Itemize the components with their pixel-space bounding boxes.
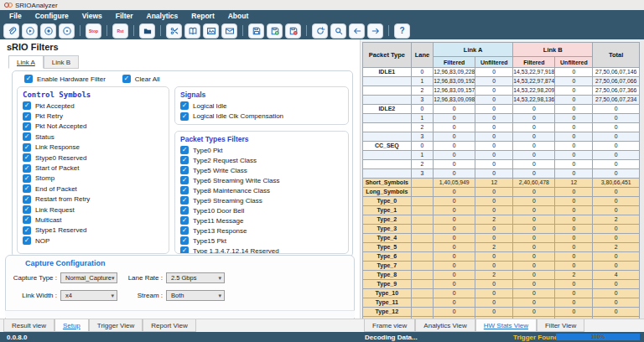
control-symbols-group: Control Symbols ✓Pkt Accepted✓Pkt Retry✓… xyxy=(17,86,169,254)
control-multicast[interactable]: ✓Multicast xyxy=(18,215,169,225)
view-tab-filter-view[interactable]: Filter View xyxy=(537,319,584,332)
back-button[interactable] xyxy=(349,23,365,39)
checkbox-checked-icon[interactable]: ✓ xyxy=(180,226,189,235)
checkbox-checked-icon[interactable]: ✓ xyxy=(180,196,189,205)
checkbox-checked-icon[interactable]: ✓ xyxy=(23,112,31,121)
check-enable-hardware-filter[interactable]: ✓Enable Hardware Filter xyxy=(19,74,106,84)
control-status[interactable]: ✓Status xyxy=(18,132,169,142)
checkbox-checked-icon[interactable]: ✓ xyxy=(23,215,31,224)
ptype-type11-message[interactable]: ✓Type11 Message xyxy=(175,215,348,225)
snapshot-button[interactable] xyxy=(203,23,219,39)
ptype-type10-door-bell[interactable]: ✓Type10 Door Bell xyxy=(175,205,348,215)
view-tab-hw-stats-view[interactable]: HW Stats View xyxy=(475,319,537,332)
save-remove-button[interactable] xyxy=(285,23,301,39)
menu-about[interactable]: About xyxy=(221,12,256,20)
checkbox-checked-icon[interactable]: ✓ xyxy=(23,174,31,183)
view-tab-frame-view[interactable]: Frame view xyxy=(364,319,415,332)
checkbox-checked-icon[interactable]: ✓ xyxy=(180,101,189,110)
control-stype1-reserved[interactable]: ✓Stype1 Reserved xyxy=(18,225,169,236)
signal-logical-idle[interactable]: ✓Logical Idle xyxy=(175,101,348,111)
ptype-type13-response[interactable]: ✓Type13 Response xyxy=(175,225,348,236)
checkbox-checked-icon[interactable]: ✓ xyxy=(23,236,31,245)
checkbox-checked-icon[interactable]: ✓ xyxy=(122,75,131,83)
control-stype0-reserved[interactable]: ✓Stype0 Reserved xyxy=(18,153,169,163)
control-pkt-not-accepted[interactable]: ✓Pkt Not Accepted xyxy=(18,122,169,132)
attach-button[interactable] xyxy=(3,23,19,39)
checkbox-checked-icon[interactable]: ✓ xyxy=(23,101,31,110)
control-start-of-packet[interactable]: ✓Start of Packet xyxy=(18,163,169,173)
checkbox-checked-icon[interactable]: ✓ xyxy=(23,184,31,193)
checkbox-checked-icon[interactable]: ✓ xyxy=(180,166,189,174)
ptype-type6-streaming-write-class[interactable]: ✓Type6 Streaming Write Class xyxy=(175,175,348,185)
lane-rate-select[interactable]: 2.5 Gbps▾ xyxy=(166,272,225,283)
ptype-type8-maintenance-class[interactable]: ✓Type8 Maintenance Class xyxy=(175,185,348,195)
control-end-of-packet[interactable]: ✓End of Packet xyxy=(18,184,169,194)
signal-logical-idle-clk-compensation[interactable]: ✓Logical Idle Clk Compensation xyxy=(175,111,348,121)
checkbox-checked-icon[interactable]: ✓ xyxy=(180,146,189,154)
help-button[interactable]: ? xyxy=(394,23,410,39)
play-button[interactable] xyxy=(22,23,38,39)
ptype-type2-request-class[interactable]: ✓Type2 Request Class xyxy=(175,155,348,165)
save-button[interactable] xyxy=(248,23,264,39)
stream-select[interactable]: Both▾ xyxy=(166,290,225,301)
checkbox-checked-icon[interactable]: ✓ xyxy=(23,143,31,152)
view-tab-trigger-view[interactable]: Trigger View xyxy=(89,319,143,332)
checkbox-checked-icon[interactable]: ✓ xyxy=(180,112,189,121)
control-stomp[interactable]: ✓Stomp xyxy=(18,174,169,184)
checkbox-checked-icon[interactable]: ✓ xyxy=(23,205,31,214)
save-add-button[interactable] xyxy=(267,23,283,39)
ptype-type-1-3-4-7-12-14-reserved[interactable]: ✓Type 1,3,4,7,12,14 Reserved xyxy=(175,246,348,254)
checkbox-checked-icon[interactable]: ✓ xyxy=(23,132,31,141)
checkbox-checked-icon[interactable]: ✓ xyxy=(24,75,33,83)
menu-report[interactable]: Report xyxy=(184,12,221,20)
checkbox-checked-icon[interactable]: ✓ xyxy=(180,236,189,245)
menu-analytics[interactable]: Analytics xyxy=(140,12,185,20)
report-book-button[interactable] xyxy=(184,23,200,39)
refresh-button[interactable] xyxy=(312,23,328,39)
control-restart-from-retry[interactable]: ✓Restart from Retry xyxy=(18,194,169,205)
menu-configure[interactable]: Configure xyxy=(29,12,75,20)
checkbox-checked-icon[interactable]: ✓ xyxy=(180,216,189,225)
checkbox-checked-icon[interactable]: ✓ xyxy=(23,122,31,131)
ptype-type9-streaming-class[interactable]: ✓Type9 Streaming Class xyxy=(175,195,348,205)
check-clear-all[interactable]: ✓Clear All xyxy=(117,74,160,84)
control-nop[interactable]: ✓NOP xyxy=(18,236,169,246)
control-link-request[interactable]: ✓Link Request xyxy=(18,205,169,215)
control-pkt-accepted[interactable]: ✓Pkt Accepted xyxy=(18,101,169,111)
checkbox-checked-icon[interactable]: ✓ xyxy=(180,156,189,164)
capture-button[interactable] xyxy=(59,23,75,39)
checkbox-checked-icon[interactable]: ✓ xyxy=(23,164,31,173)
mail-button[interactable] xyxy=(221,23,237,39)
checkbox-checked-icon[interactable]: ✓ xyxy=(23,195,31,204)
scissors-icon xyxy=(169,26,179,36)
open-capture-button[interactable] xyxy=(139,23,155,39)
col-link-b: Link B xyxy=(513,43,593,57)
checkbox-checked-icon[interactable]: ✓ xyxy=(180,206,189,215)
menu-views[interactable]: Views xyxy=(75,12,109,20)
reset-button[interactable]: Rst xyxy=(112,23,128,39)
stop-button[interactable]: Stop xyxy=(86,23,101,39)
record-button[interactable] xyxy=(40,23,56,39)
view-tab-report-view[interactable]: Report View xyxy=(143,319,195,332)
view-tab-setup[interactable]: Setup xyxy=(55,319,89,332)
checkbox-checked-icon[interactable]: ✓ xyxy=(23,226,31,235)
cut-button[interactable] xyxy=(166,23,182,39)
checkbox-checked-icon[interactable]: ✓ xyxy=(23,153,31,162)
menu-file[interactable]: File xyxy=(3,12,29,20)
menu-filter[interactable]: Filter xyxy=(109,12,140,20)
checkbox-checked-icon[interactable]: ✓ xyxy=(180,176,189,184)
ptype-type15-pkt[interactable]: ✓Type15 Pkt xyxy=(175,236,348,246)
ptype-type0-pkt[interactable]: ✓Type0 Pkt xyxy=(175,145,348,155)
forward-button[interactable] xyxy=(367,23,383,39)
control-pkt-retry[interactable]: ✓Pkt Retry xyxy=(18,111,169,121)
view-tab-analytics-view[interactable]: Analytics View xyxy=(415,319,475,332)
tab-link-a[interactable]: Link A xyxy=(8,55,44,69)
tab-link-b[interactable]: Link B xyxy=(44,55,79,69)
ptype-type5-write-class[interactable]: ✓Type5 Write Class xyxy=(175,165,348,175)
control-link-response[interactable]: ✓Link Response xyxy=(18,142,169,153)
checkbox-checked-icon[interactable]: ✓ xyxy=(180,246,189,254)
checkbox-checked-icon[interactable]: ✓ xyxy=(180,186,189,194)
menu-bar: FileConfigureViewsFilterAnalyticsReportA… xyxy=(0,10,644,22)
view-tab-result-view[interactable]: Result view xyxy=(3,319,55,332)
zoom-button[interactable] xyxy=(330,23,346,39)
